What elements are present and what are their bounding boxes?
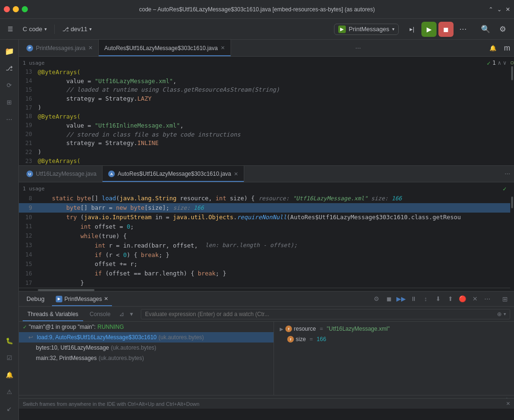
var-arrow-resource[interactable]: ▶: [280, 326, 283, 332]
maximize-button[interactable]: [22, 6, 28, 12]
hint-line9: size: 166: [173, 205, 204, 211]
debug-toolbar: ⚙ ◼ ▶▶ ⏸ ↕ ⬇ ⬆ 🔴 ✕ ⋯ ⊞: [371, 294, 510, 304]
project-selector[interactable]: C code ▾: [19, 24, 51, 34]
h-scrollbar[interactable]: [19, 288, 510, 291]
debug-more-btn[interactable]: ⋯: [482, 294, 492, 304]
run-config-dropdown: ▾: [392, 26, 394, 32]
sidebar-item-pull-requests[interactable]: ⟳: [2, 77, 17, 93]
eval-expand-icon[interactable]: ⊕: [497, 311, 502, 317]
stack-item-load[interactable]: ↩ load:9, AutoRes$Utf16LazyMessage$303c1…: [19, 332, 274, 343]
var-eq-size: =: [309, 336, 313, 343]
eval-dropdown-icon[interactable]: ▾: [504, 311, 506, 317]
tab-close-printmessages[interactable]: ✕: [88, 45, 93, 51]
settings-button[interactable]: ⚙: [495, 22, 510, 37]
branch-selector[interactable]: ⎇ dev11 ▾: [59, 24, 95, 34]
var-item-size[interactable]: f size = 166: [274, 334, 514, 344]
hamburger-icon: ☰: [8, 26, 13, 33]
stack-item-main[interactable]: main:32, PrintMessages (uk.autores.bytes…: [19, 353, 274, 363]
debug-settings-btn[interactable]: ⚙: [371, 294, 382, 304]
top-scrollbar[interactable]: [510, 57, 514, 165]
tab-label-utf16: Utf16LazyMessage.java: [36, 171, 96, 177]
tab-icon-autores-second: A: [108, 171, 115, 177]
debug-subtab-console[interactable]: Console: [85, 307, 115, 321]
code-line-17: 17 ): [19, 103, 510, 112]
minimize-button[interactable]: [13, 6, 19, 12]
sidebar-item-problems[interactable]: ⚠: [2, 384, 17, 399]
thread-main[interactable]: ✓ "main"@1 in group "main": RUNNING: [19, 322, 274, 332]
tab-utf16lazy[interactable]: U Utf16LazyMessage.java: [21, 166, 103, 182]
debug-subtab-threads-label: Threads & Variables: [27, 311, 78, 317]
arrow-down-icon[interactable]: ∨: [503, 60, 506, 66]
debug-pause-btn[interactable]: ⏸: [408, 294, 419, 304]
second-tab-more[interactable]: ⋯: [501, 171, 514, 177]
run-button[interactable]: ▶: [421, 22, 437, 37]
bottom-line-11: 11 int offset = 0;: [19, 222, 510, 231]
sidebar-item-plugins[interactable]: ⊞: [2, 94, 17, 110]
debug-breakpoint-btn[interactable]: 🔴: [457, 294, 468, 304]
bottom-line-16: 16 if (offset == barr.length) { break; }: [19, 269, 510, 278]
debug-mute-btn[interactable]: ✕: [470, 294, 480, 304]
run-config-selector[interactable]: ▶ PrintMessages ▾: [334, 24, 399, 35]
var-val-resource: "Utf16LazyMessage.xml": [327, 326, 390, 332]
project-dropdown-icon: ▾: [44, 26, 47, 32]
menu-bar: ☰ C code ▾ ⎇ dev11 ▾ ▶ PrintMessages ▾ ▸…: [0, 19, 514, 40]
debug-subtab-threads[interactable]: Threads & Variables: [23, 307, 83, 321]
sidebar-item-debug[interactable]: 🐛: [2, 333, 17, 348]
debug-tab-close[interactable]: ✕: [104, 296, 108, 302]
chevron-up-icon[interactable]: ⌃: [488, 6, 493, 13]
debug-tab-printmessages[interactable]: ▶ PrintMessages ✕: [52, 291, 111, 306]
arrow-up-icon[interactable]: ∧: [498, 60, 501, 66]
sidebar-item-folder[interactable]: 📁: [2, 43, 17, 59]
top-tab-bar: P PrintMessages.java ✕ AutoRes$Utf16Lazy…: [19, 40, 514, 57]
bottom-usage-hint: 1 usage: [23, 186, 44, 192]
code-line-13: 13 @ByteArrays(: [19, 68, 510, 77]
stop-button[interactable]: ◼: [438, 22, 454, 37]
sidebar-item-git[interactable]: ↙: [2, 401, 17, 416]
more-actions-button[interactable]: ⋯: [455, 22, 471, 37]
stack-main-name: main:32, PrintMessages: [36, 355, 97, 361]
tab-icon-utf16: U: [26, 171, 33, 177]
filter-btn[interactable]: ⊿: [117, 309, 126, 318]
bottom-check-icon: ✓: [503, 185, 506, 192]
debug-tab-label: PrintMessages: [64, 296, 102, 302]
stack-bytes-name: bytes:10, Utf16LazyMessage: [36, 344, 109, 351]
tab-close-autores-second[interactable]: ✕: [234, 171, 238, 177]
search-button[interactable]: 🔍: [478, 22, 493, 37]
var-item-resource[interactable]: ▶ f resource = "Utf16LazyMessage.xml": [274, 324, 514, 334]
sidebar-item-tasks[interactable]: ☑: [2, 350, 17, 365]
stack-main-pkg: (uk.autores.bytes): [99, 355, 144, 361]
run-more-button[interactable]: ▸|: [404, 22, 420, 37]
debug-stepover-btn[interactable]: ↕: [420, 294, 431, 304]
close-button[interactable]: [4, 6, 10, 12]
sidebar-item-more[interactable]: ⋯: [2, 111, 17, 127]
debug-expand-btn[interactable]: ⊞: [500, 294, 510, 304]
bottom-scrollbar[interactable]: [510, 182, 514, 291]
tab-printmessages[interactable]: P PrintMessages.java ✕: [21, 40, 99, 56]
debug-stop-btn[interactable]: ◼: [384, 294, 394, 304]
h-scroll-thumb: [38, 289, 94, 291]
chevron-down-icon[interactable]: ⌄: [497, 6, 502, 13]
tab-more-button[interactable]: ⋯: [351, 45, 365, 51]
filter-dropdown[interactable]: ▾: [128, 309, 135, 318]
usage-count: 1: [492, 60, 496, 66]
eval-input[interactable]: [145, 310, 495, 318]
top-usage-hint: 1 usage: [23, 60, 44, 66]
maximize-editor-icon[interactable]: m: [500, 44, 514, 52]
thread-main-state: RUNNING: [97, 324, 124, 330]
stack-item-bytes[interactable]: bytes:10, Utf16LazyMessage (uk.autores.b…: [19, 343, 274, 353]
notifications-icon[interactable]: 🔔: [486, 45, 500, 51]
window-close-icon[interactable]: ✕: [505, 6, 510, 13]
sidebar-item-notifications[interactable]: 🔔: [2, 367, 17, 382]
var-val-size: 166: [317, 336, 326, 343]
tab-close-autores-top[interactable]: ✕: [221, 45, 225, 51]
debug-resume-btn[interactable]: ▶▶: [396, 294, 406, 304]
tab-autores-top[interactable]: AutoRes$Utf16LazyMessage$303c1610.java ✕: [99, 40, 231, 56]
subtab-toolbar: ⊿ ▾: [117, 309, 135, 318]
hamburger-menu[interactable]: ☰: [4, 24, 17, 34]
debug-stepinto-btn[interactable]: ⬇: [433, 294, 443, 304]
top-scroll-marker: [511, 61, 514, 64]
tab-label-autores-second: AutoRes$Utf16LazyMessage$303c1610.java: [118, 171, 231, 177]
debug-stepout-btn[interactable]: ⬆: [445, 294, 455, 304]
tab-autores-second[interactable]: A AutoRes$Utf16LazyMessage$303c1610.java…: [103, 166, 244, 182]
sidebar-item-vcs[interactable]: ⎇: [2, 60, 17, 76]
